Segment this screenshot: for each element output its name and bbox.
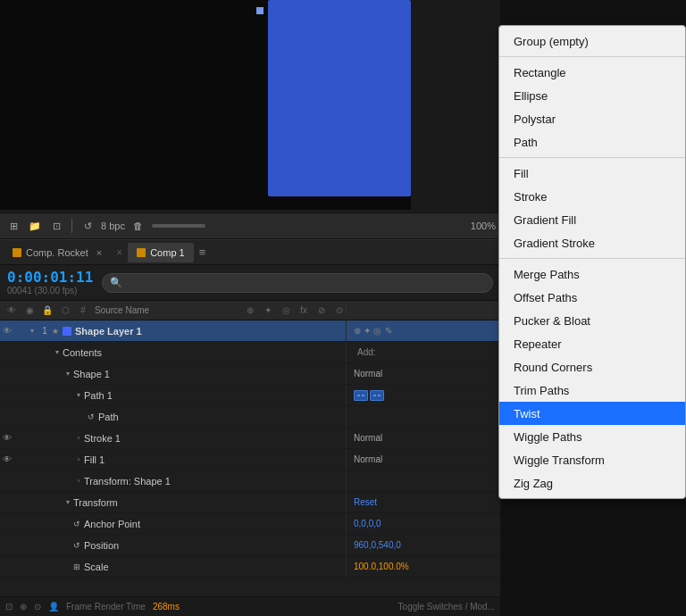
- transform-shape1-expand[interactable]: ›: [73, 477, 84, 485]
- position-label: Position: [84, 540, 119, 551]
- path-sub-row: ↺ Path: [0, 406, 500, 428]
- grid-icon[interactable]: ⊞: [5, 218, 21, 234]
- menu-item-twist-label: Twist: [514, 407, 540, 420]
- path-icon-box-1[interactable]: [354, 390, 368, 401]
- transform-label: Transform: [73, 497, 118, 508]
- eye-icon-fill[interactable]: 👁: [0, 454, 14, 464]
- path-icon-box-2[interactable]: [370, 390, 384, 401]
- timeline-slider[interactable]: [152, 224, 205, 228]
- menu-item-wiggle-transform[interactable]: Wiggle Transform: [499, 448, 685, 471]
- path-sub-right: [347, 406, 500, 427]
- fill1-expand[interactable]: ›: [73, 455, 84, 463]
- hash-col-icon: #: [77, 305, 89, 315]
- menu-item-path[interactable]: Path: [499, 130, 685, 154]
- render-time: 268ms: [153, 602, 180, 612]
- time-display[interactable]: 0:00:01:11: [7, 269, 93, 286]
- transform-shape1-label: Transform: Shape 1: [84, 476, 171, 487]
- effects-icon: ✦: [262, 305, 274, 315]
- tab-comp-rocket[interactable]: Comp. Rocket ×: [4, 243, 111, 262]
- layer-pencil-1[interactable]: ✎: [385, 326, 392, 336]
- menu-item-wiggle-transform-label: Wiggle Transform: [514, 454, 605, 467]
- menu-item-twist[interactable]: Twist: [499, 402, 685, 425]
- camera-icon[interactable]: ⊡: [48, 218, 64, 234]
- menu-item-zig-zag-label: Zig Zag: [514, 477, 553, 490]
- time-display-block: 0:00:01:11 00041 (30.00 fps): [7, 269, 93, 296]
- menu-item-trim-paths[interactable]: Trim Paths: [499, 379, 685, 402]
- scale-right: 100.0,100.0%: [347, 556, 500, 577]
- fill1-row: 👁 › Fill 1 Normal: [0, 449, 500, 470]
- eye-icon-stroke[interactable]: 👁: [0, 433, 14, 443]
- menu-item-gradient-fill[interactable]: Gradient Fill: [499, 208, 685, 231]
- fill1-label: Fill 1: [84, 454, 105, 465]
- layer-name-1: Shape Layer 1: [75, 326, 142, 337]
- menu-item-rectangle[interactable]: Rectangle: [499, 61, 685, 84]
- track-icon: ⊙: [333, 305, 346, 315]
- transform-expand[interactable]: ▾: [63, 498, 73, 506]
- status-icon-1: ⊡: [5, 602, 13, 612]
- menu-item-fill[interactable]: Fill: [499, 162, 685, 185]
- menu-item-zig-zag[interactable]: Zig Zag: [499, 471, 685, 495]
- menu-item-polystar-label: Polystar: [514, 112, 556, 126]
- transform-right: Reset: [347, 492, 500, 512]
- comp1-icon: [137, 248, 146, 257]
- scale-loop: ⊞: [73, 562, 80, 571]
- switches-icon: ⊕: [244, 305, 256, 315]
- status-icon-2: ⊕: [20, 602, 27, 612]
- fill1-left: 👁 › Fill 1: [0, 449, 347, 470]
- col-left-header: 👁 ◉ 🔒 ⬡ # Source Name ⊕ ✦ ◎ fx ⊘ ⊙: [0, 305, 347, 315]
- preview-area: [0, 0, 411, 214]
- menu-item-gradient-stroke[interactable]: Gradient Stroke: [499, 231, 685, 254]
- scale-value[interactable]: 100.0,100.0%: [354, 562, 409, 571]
- menu-item-ellipse-label: Ellipse: [514, 89, 548, 103]
- menu-item-round-corners[interactable]: Round Corners: [499, 355, 685, 379]
- menu-item-wiggle-paths[interactable]: Wiggle Paths: [499, 425, 685, 448]
- anchor-point-value[interactable]: 0,0,0,0: [354, 519, 381, 529]
- timeline-panel: Comp. Rocket × × Comp 1 ≡ 0:00:01:11 000…: [0, 239, 500, 616]
- shape1-expand[interactable]: ▾: [63, 370, 73, 378]
- stroke1-expand[interactable]: ›: [73, 434, 84, 442]
- fill1-right: Normal: [347, 449, 500, 470]
- column-headers: 👁 ◉ 🔒 ⬡ # Source Name ⊕ ✦ ◎ fx ⊘ ⊙: [0, 301, 500, 320]
- tab-close[interactable]: ×: [96, 247, 102, 258]
- eye-icon-1[interactable]: 👁: [0, 326, 14, 336]
- fx-icon: fx: [297, 305, 310, 315]
- stroke1-row: 👁 › Stroke 1 Normal: [0, 428, 500, 449]
- reset-btn[interactable]: Reset: [354, 497, 377, 507]
- path1-expand[interactable]: ▾: [73, 391, 84, 399]
- tab-comp-rocket-label: Comp. Rocket: [26, 247, 88, 258]
- toggle-switches-btn[interactable]: Toggle Switches / Mod...: [398, 602, 495, 612]
- time-bar: 0:00:01:11 00041 (30.00 fps) 🔍: [0, 265, 500, 301]
- stroke1-blend: Normal: [354, 433, 382, 443]
- solo-col-icon: ⬡: [59, 305, 71, 315]
- menu-divider-2: [499, 157, 685, 158]
- layer-row-shape-layer-1[interactable]: 👁 ▾ 1 ★ Shape Layer 1 ⊕ ✦ ◎ ✎: [0, 320, 500, 342]
- context-menu: Group (empty) Rectangle Ellipse Polystar…: [498, 25, 686, 499]
- menu-item-offset-paths[interactable]: Offset Paths: [499, 286, 685, 309]
- toolbar: ⊞ 📁 ⊡ ↺ 8 bpc 🗑 100%: [0, 212, 500, 239]
- refresh-icon[interactable]: ↺: [79, 218, 96, 234]
- menu-item-polystar[interactable]: Polystar: [499, 107, 685, 130]
- frame-info: 00041 (30.00 fps): [7, 286, 93, 296]
- tab-bar: Comp. Rocket × × Comp 1 ≡: [0, 240, 500, 265]
- menu-item-trim-paths-label: Trim Paths: [514, 384, 569, 397]
- trash-icon[interactable]: 🗑: [130, 218, 146, 234]
- contents-expand[interactable]: ▾: [52, 348, 63, 356]
- menu-item-ellipse[interactable]: Ellipse: [499, 84, 685, 107]
- menu-item-pucker-bloat[interactable]: Pucker & Bloat: [499, 309, 685, 332]
- expand-arrow-1[interactable]: ▾: [27, 327, 38, 335]
- transform-shape1-right: [347, 470, 500, 491]
- folder-icon[interactable]: 📁: [27, 218, 43, 234]
- path1-right: [347, 385, 500, 405]
- tab-comp1[interactable]: Comp 1: [128, 243, 194, 262]
- tab-menu-icon[interactable]: ≡: [199, 246, 206, 259]
- menu-item-gradient-fill-label: Gradient Fill: [514, 213, 576, 227]
- menu-item-merge-paths[interactable]: Merge Paths: [499, 262, 685, 286]
- menu-item-repeater[interactable]: Repeater: [499, 332, 685, 355]
- menu-item-group-empty[interactable]: Group (empty): [499, 29, 685, 53]
- position-value[interactable]: 960,0,540,0: [354, 540, 401, 550]
- search-icon: 🔍: [110, 277, 122, 288]
- add-button[interactable]: Add:: [357, 347, 376, 357]
- tab-comp1-label: Comp 1: [150, 247, 185, 258]
- search-box[interactable]: 🔍: [102, 273, 493, 293]
- menu-item-stroke[interactable]: Stroke: [499, 185, 685, 208]
